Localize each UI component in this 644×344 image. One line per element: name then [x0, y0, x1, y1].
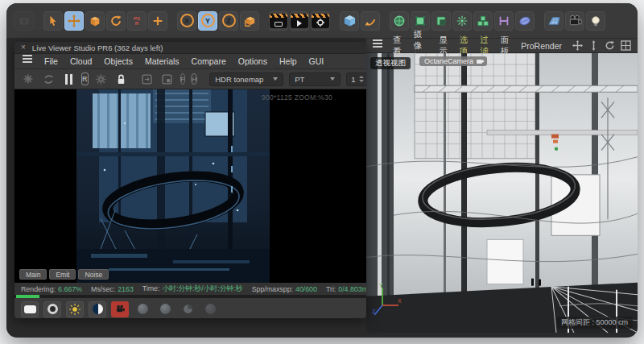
render-picture-viewer-icon	[291, 14, 308, 28]
lv-menu-cloud[interactable]: Cloud	[70, 56, 92, 66]
deformer-button[interactable]	[515, 11, 535, 31]
render-view-icon	[270, 14, 287, 28]
buffer-tab-noise[interactable]: Noise	[78, 269, 109, 280]
spline-pen-button[interactable]	[361, 11, 380, 31]
add-cube-button[interactable]	[340, 11, 359, 31]
rotate-tool-button[interactable]	[106, 11, 126, 31]
chevron-down-icon	[330, 77, 335, 81]
svg-text:X: X	[398, 298, 402, 304]
lock-resolution-icon[interactable]	[114, 72, 129, 86]
select-tool-button[interactable]	[43, 11, 63, 31]
octane-camera-button[interactable]	[111, 301, 129, 317]
stepper-arrows-icon[interactable]	[359, 76, 364, 82]
render-settings-icon	[312, 14, 329, 28]
specular-material-button[interactable]	[134, 301, 151, 317]
camera-icon	[568, 14, 582, 27]
render-view-button[interactable]	[269, 11, 288, 31]
psr-tool-button[interactable]: PSR	[127, 11, 147, 31]
viewport-panel: 查看 摄像机 显示 选项 过滤 面板 ProRender	[366, 39, 638, 333]
samples-stepper[interactable]: 1	[346, 73, 366, 86]
lv-menu-gui[interactable]: GUI	[309, 56, 324, 66]
mix-sphere-icon	[183, 304, 193, 314]
kernel-dropdown[interactable]: PT	[289, 73, 341, 86]
viewport-canvas[interactable]: 透视视图 OctaneCamera 网格间距 : 50000 cm Y X Z	[366, 53, 638, 333]
chevron-down-icon	[273, 77, 278, 81]
diffuse-material-button[interactable]	[21, 301, 39, 317]
metal-material-button[interactable]	[156, 301, 174, 317]
subdivision-surface-button[interactable]	[390, 11, 409, 31]
lv-menu-objects[interactable]: Objects	[104, 56, 133, 66]
vp-menu-prorender[interactable]: ProRender	[521, 41, 562, 51]
render-view-area[interactable]: 900*1125 ZOOM:%30 Main Emit Noise	[14, 89, 366, 283]
lv-menu-materials[interactable]: Materials	[145, 56, 180, 66]
field-burst-icon	[456, 15, 469, 27]
measure-icon	[497, 15, 510, 27]
add-tool-button[interactable]	[148, 11, 167, 31]
buffer-tab-main[interactable]: Main	[19, 269, 47, 280]
x-axis-icon: X	[180, 14, 194, 27]
generator-cube-button[interactable]	[411, 11, 430, 31]
pan-view-icon[interactable]	[572, 40, 583, 51]
environment-button[interactable]	[89, 301, 106, 317]
coordinate-cube-icon	[243, 15, 256, 27]
restart-render-button[interactable]: R	[81, 73, 89, 85]
buffer-tab-emit[interactable]: Emit	[49, 269, 76, 280]
lv-menu-compare[interactable]: Compare	[192, 56, 226, 66]
pen-icon	[364, 15, 377, 27]
tonemap-dropdown[interactable]: HDR tonemap	[209, 73, 283, 86]
y-axis-button[interactable]: Y	[198, 11, 217, 31]
octane-light-button[interactable]	[66, 301, 84, 317]
live-viewer-titlebar[interactable]: × Live Viewer Studio PR6 (362 days left)	[14, 42, 366, 54]
dolly-view-icon[interactable]	[588, 40, 599, 51]
z-axis-button[interactable]: Z	[219, 11, 238, 31]
camera-badge-icon	[477, 60, 482, 64]
field-button[interactable]	[452, 11, 472, 31]
rotate-view-icon[interactable]	[605, 40, 615, 51]
daylight-icon	[93, 304, 103, 314]
material-toolbar	[14, 298, 366, 318]
gear-icon[interactable]	[94, 72, 109, 86]
active-camera-label[interactable]: OctaneCamera	[419, 56, 487, 66]
viewport-menubar: 查看 摄像机 显示 选项 过滤 面板 ProRender	[366, 39, 638, 53]
close-icon[interactable]: ×	[21, 44, 26, 52]
send-to-picture-viewer-icon[interactable]	[140, 72, 155, 86]
lv-menu-options[interactable]: Options	[238, 56, 267, 66]
lv-menu-file[interactable]: File	[44, 56, 58, 66]
portal-material-button[interactable]	[201, 301, 219, 317]
camera-tag-icon	[115, 304, 126, 314]
cloner-button[interactable]	[473, 11, 493, 31]
floor-button[interactable]	[544, 11, 564, 31]
boole-cube-button[interactable]	[431, 11, 451, 31]
live-viewer-menubar: File Cloud Objects Materials Compare Opt…	[14, 54, 366, 69]
lv-menu-help[interactable]: Help	[279, 56, 297, 66]
camera-button[interactable]	[565, 11, 584, 31]
measure-button[interactable]	[494, 11, 514, 31]
status-time: Time:小时:分钟:秒/小时:分钟:秒	[142, 284, 243, 294]
move-icon	[68, 15, 80, 27]
settings-star-icon[interactable]	[21, 72, 35, 86]
light-button[interactable]	[586, 11, 605, 31]
refresh-icon[interactable]	[41, 72, 56, 86]
status-spp: Spp/maxspp:40/600	[252, 285, 317, 293]
lightbulb-icon	[589, 15, 602, 27]
focus-picker-button[interactable]: F	[180, 73, 186, 85]
render-region-icon[interactable]	[160, 72, 175, 86]
coordinate-system-button[interactable]	[240, 11, 259, 31]
material-picker-button[interactable]: H	[191, 73, 197, 85]
pause-button[interactable]	[61, 72, 76, 86]
move-tool-button[interactable]	[64, 11, 84, 31]
grid-spacing-label: 网格间距 : 50000 cm	[556, 317, 633, 329]
render-progress-bar	[14, 295, 366, 298]
scale-tool-button[interactable]	[85, 11, 105, 31]
render-picture-viewer-button[interactable]	[290, 11, 309, 31]
octane-render-image	[76, 89, 270, 283]
glossy-material-button[interactable]	[43, 301, 61, 317]
view-label[interactable]: 透视视图	[370, 57, 411, 69]
status-tri: Tri:0/4.803m	[326, 285, 366, 293]
mix-material-button[interactable]	[179, 301, 196, 317]
toggle-panel-icon[interactable]	[621, 40, 631, 51]
render-settings-button[interactable]	[311, 11, 330, 31]
cloner-cubes-icon	[477, 15, 489, 27]
x-axis-button[interactable]: X	[177, 11, 196, 31]
status-rendering: Rendering:6.667%	[21, 285, 82, 293]
